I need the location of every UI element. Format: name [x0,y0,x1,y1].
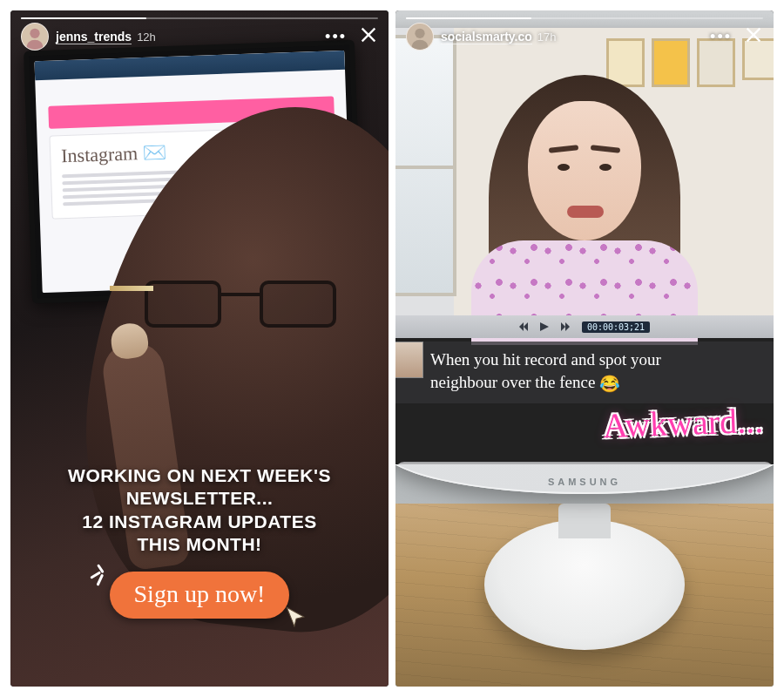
svg-marker-11 [561,322,565,331]
signup-button[interactable]: Sign up now! [110,572,290,619]
laughing-emoji-icon: 😂 [599,375,620,393]
story-panel-1: Instagram ✉️ WORKING ON NEXT WEEK'S NEWS… [10,10,389,687]
story1-overlay-line3: 12 INSTAGRAM UPDATES [37,511,362,533]
story1-username[interactable]: jenns_trends [56,30,132,44]
story2-caption: When you hit record and spot your neighb… [395,342,774,403]
skip-forward-icon[interactable] [561,322,570,331]
story1-overlay-line1: WORKING ON NEXT WEEK'S [37,464,362,487]
svg-marker-12 [565,322,570,331]
story1-cta-wrap: Sign up now! [10,572,389,619]
story2-username[interactable]: socialsmarty.co [441,30,532,44]
story2-caption-line1: When you hit record and spot your [430,350,661,369]
story-panel-2: 00:00:03;21 When you hit record and spot… [395,10,774,687]
more-options-icon[interactable]: ••• [325,28,347,46]
story2-monitor-stand [484,519,685,650]
svg-point-4 [30,29,39,38]
story1-timestamp: 12h [137,30,156,44]
timeline-thumbnail[interactable] [395,342,423,378]
story1-overlay-line4: THIS MONTH! [37,533,362,556]
svg-marker-9 [524,322,528,331]
svg-line-1 [91,572,99,577]
awkward-sticker: Awkward... [602,400,764,446]
story2-caption-line2: neighbour over the fence [430,373,595,391]
video-frame [395,28,774,315]
skip-back-icon[interactable] [519,322,528,331]
story2-monitor: 00:00:03;21 When you hit record and spot… [395,28,774,494]
video-playback-bar[interactable]: 00:00:03;21 [395,315,774,338]
play-icon[interactable] [540,322,549,331]
story1-monitor-heading: Instagram [61,142,139,167]
story2-monitor-screen: 00:00:03;21 When you hit record and spot… [395,28,774,464]
person-in-video [480,75,689,319]
story1-progress-track[interactable] [21,17,378,19]
svg-line-2 [98,565,103,572]
close-icon[interactable] [359,25,378,48]
cursor-icon [284,606,307,634]
more-options-icon[interactable]: ••• [710,28,732,46]
svg-marker-8 [519,322,524,331]
envelope-icon: ✉️ [143,141,167,165]
story2-monitor-neck [558,504,611,538]
close-icon[interactable] [744,25,763,48]
mac-dock[interactable]: ∎tv [395,462,774,464]
svg-marker-10 [540,322,549,331]
story1-overlay-line2: NEWSLETTER... [37,487,362,510]
story1-overlay-text: WORKING ON NEXT WEEK'S NEWSLETTER... 12 … [10,464,389,556]
story2-progress-track[interactable] [406,17,763,19]
svg-point-14 [415,29,424,38]
svg-line-0 [95,575,104,584]
story1-avatar[interactable] [21,23,49,51]
story1-progress-fill [21,17,146,19]
story2-progress-fill [406,17,531,19]
room-window [395,35,456,296]
story2-avatar[interactable] [406,23,434,51]
playback-timecode: 00:00:03;21 [582,321,650,333]
story2-timestamp: 17h [537,30,557,44]
signup-button-label: Sign up now! [134,580,266,607]
glasses-icon [145,281,336,333]
